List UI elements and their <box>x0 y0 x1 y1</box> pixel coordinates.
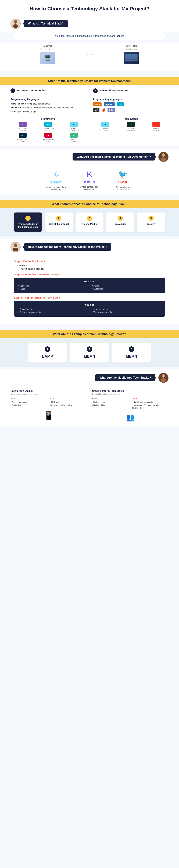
step1-title: Step 1. Define the Product <box>14 260 165 263</box>
team-illustration: 👥 <box>92 413 169 422</box>
lamp-name: LAMP <box>34 354 62 359</box>
svg-point-1 <box>13 24 19 28</box>
factor-card-3: 3 Time to Market <box>75 213 104 232</box>
bootstrap-logo: B <box>19 122 27 127</box>
cross-cons-box: Cons: High lack of personality Knowledge… <box>132 397 169 410</box>
tailwind-label: Tailwind CSS <box>43 127 54 129</box>
lamp-num: 1 <box>45 346 50 352</box>
svg-point-4 <box>14 244 17 247</box>
frontend-fw-title: Frameworks <box>10 118 86 120</box>
factor-num-5: 5 <box>148 216 154 221</box>
step2-focus-box: Focus on: Deadlines Tasks Roles Outcomes <box>14 278 165 293</box>
tailwind-for: for CSS <box>45 129 51 131</box>
kotlin-name: Kotlin <box>78 180 101 184</box>
fw-react: ⚛ React for Javascript <box>62 122 86 131</box>
backbone-logo: Bb <box>19 133 27 138</box>
prog-lang-section: Programming languages HTML - structure w… <box>0 96 179 117</box>
mean-name: MEAN <box>75 354 104 359</box>
tailwind-logo: Tw <box>44 122 52 127</box>
react-be-logo: ⚛ <box>101 122 109 127</box>
factor-card-2: 2 Size of the product <box>45 213 73 232</box>
swift-icon: 🐦 <box>111 170 134 179</box>
step2-col1-item2: Tasks <box>18 288 87 290</box>
step3-title: Step 3. Think through the Tech Stack <box>14 296 165 299</box>
step2-title: Step 2. Determine the Project Scope <box>14 273 165 276</box>
step2-focus-title: Focus on: <box>18 280 161 283</box>
fw-laravel: L Laravel for PHP <box>144 122 169 131</box>
bootstrap-label: Bootstrap <box>19 127 27 129</box>
frontend-prog-col: Programming languages HTML - structure w… <box>7 96 90 116</box>
svg-point-2 <box>162 153 165 157</box>
angular-label: ANGULARJS <box>42 138 54 141</box>
native-sub: Used for one operating system <box>10 393 87 395</box>
frontend-fw-col: Frameworks B Bootstrap for CSS Tw Tailwi… <box>7 118 90 142</box>
section7-question-row: What Are the Mobile App Tech Stacks? <box>0 370 179 386</box>
tech-col-backend: 2 Backend Technologies <box>90 85 172 96</box>
avatar-1 <box>10 19 21 29</box>
cross-pros-cons: Pros: Reduced costs Unified UI/UX Cons: … <box>92 397 169 410</box>
cross-title: Cross-platform Tech Stacks <box>92 390 169 392</box>
factor-card-1: 1 The complexity of the business logic <box>14 213 42 232</box>
cross-cons-title: Cons: <box>132 397 169 400</box>
tech-react: ⚛ React creating cross-platform mobile a… <box>45 170 68 191</box>
step3-col2: Team members The problem to solve <box>92 308 161 314</box>
step2-focus-cols: Deadlines Tasks Roles Outcomes <box>18 285 161 291</box>
angular-logo: A <box>44 133 52 138</box>
cross-sub: Compatible with multiple devices <box>92 393 169 395</box>
factor-num-1: 1 <box>25 216 31 221</box>
react-name: React <box>45 180 68 185</box>
section3-question-row: What Are the Tech Stacks for Mobile App … <box>0 149 179 165</box>
mern-num: 3 <box>129 346 134 352</box>
laravel-logo: L <box>152 122 160 127</box>
fw-django: dj django for Python <box>118 122 143 131</box>
fw-vue: V Vue.js for Javascript <box>62 133 86 142</box>
step3-col2-item1: Team members <box>92 308 161 310</box>
backend-fw-grid: ⚛ React for Javascript dj django for Pyt… <box>93 122 169 131</box>
react-label: React <box>71 127 76 129</box>
col2-num: 2 <box>93 88 98 93</box>
backend-fw-title: Frameworks <box>93 118 169 120</box>
section1-answer: It is a tool for building and maintainin… <box>14 32 165 40</box>
apple-logo: 🍎 <box>102 108 105 112</box>
laravel-for: for PHP <box>153 129 159 131</box>
svg-point-6 <box>162 374 165 378</box>
laravel-label: Laravel <box>153 127 159 129</box>
factor-label-2: Size of the product <box>47 223 70 226</box>
fw-tailwind: Tw Tailwind CSS for CSS <box>36 122 61 131</box>
section5-question-bubble: How to Choose the Right Technology Stack… <box>24 243 111 251</box>
mern-name: MERN <box>117 354 145 359</box>
fw-bootstrap: B Bootstrap for CSS <box>10 122 35 131</box>
server-label: Server-side <box>95 44 169 47</box>
external-side: External (what it looks like) 🖥️ <box>10 44 84 65</box>
factor-num-4: 4 <box>118 216 123 221</box>
native-cons-1: High cost <box>50 401 87 403</box>
step1-item-2: A multifunctional product <box>17 268 165 270</box>
mean-num: 2 <box>87 346 92 352</box>
factors-grid: 1 The complexity of the business logic 2… <box>7 213 172 232</box>
factors-bg: 1 The complexity of the business logic 2… <box>0 208 179 236</box>
fw-backbone: Bb BACKBONE.JS for Javascript <box>10 133 35 142</box>
diagram-row: External (what it looks like) 🖥️ →→ Serv… <box>0 43 179 70</box>
col2-title: Backend Technologies <box>100 89 128 92</box>
backbone-label: BACKBONE.JS <box>16 138 29 141</box>
tech-swift: 🐦 Swift iOS mobile app development <box>111 170 134 191</box>
step2-col2: Roles Outcomes <box>92 285 161 291</box>
factor-card-5: 5 Security <box>137 213 165 232</box>
section6-header: What Are the Examples of Web Technology … <box>0 330 179 338</box>
fw-angular: A ANGULARJS for Javascript <box>36 133 61 142</box>
page-title: How to Choose a Technology Stack for My … <box>14 6 165 12</box>
col1-num: 1 <box>10 88 15 93</box>
backend-prog-col: Programming languages Java Python GO C# … <box>90 96 172 116</box>
step3-focus-title: Focus on: <box>18 303 161 306</box>
device-icon: 🖥️ <box>40 52 56 64</box>
section4-header: What Factors Affect the Choice of Techno… <box>0 200 179 208</box>
backend-lang-logos-2: C# 🍎 php <box>93 108 169 112</box>
fw-react-be: ⚛ React for Javascript <box>93 122 117 131</box>
step3-col1-item1: Project goals <box>18 308 87 310</box>
frameworks-section: Frameworks B Bootstrap for CSS Tw Tailwi… <box>0 118 179 146</box>
step2-col1-item1: Deadlines <box>18 285 87 287</box>
backend-prog-title: Programming languages <box>93 98 169 101</box>
cross-pros-1: Reduced costs <box>92 401 129 403</box>
cross-pros-box: Pros: Reduced costs Unified UI/UX <box>92 397 129 410</box>
backend-lang-logos: Java Python GO <box>93 102 169 106</box>
